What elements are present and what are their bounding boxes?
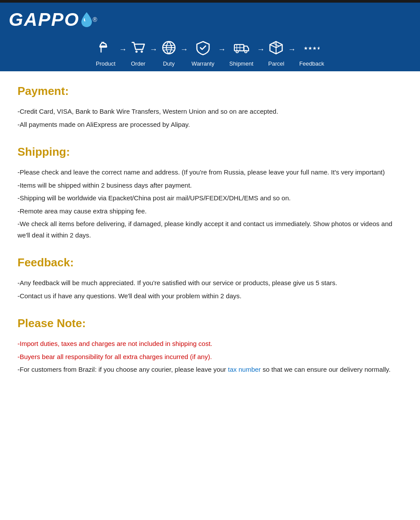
tax-number-link[interactable]: tax number [228,366,261,373]
nav-steps: Product → Order → [9,35,411,71]
please-note-body: -Import duties, taxes and charges are no… [18,338,402,375]
shipment-icon [234,40,249,58]
please-note-section: Please Note: -Import duties, taxes and c… [18,317,402,375]
note-mixed-suffix: so that we can ensure our delivery norma… [261,366,391,373]
note-red-line-2: -Buyers bear all responsibility for all … [18,351,402,363]
arrow-2: → [150,45,158,62]
svg-point-2 [140,51,143,53]
step-feedback-label: Feedback [299,60,324,67]
logo-text: GAPPO [9,9,80,30]
shipping-line-3: -Shipping will be worldwide via Epacket/… [18,192,402,204]
step-order: Order [130,40,146,67]
feedback-body: -Any feedback will be much appreciated. … [18,277,402,301]
logo-registered: ® [93,16,97,23]
shipping-section: Shipping: -Please check and leave the co… [18,145,402,241]
step-warranty: Warranty [192,40,214,67]
arrow-4: → [218,45,226,62]
shipping-line-5: -We check all items before delivering, i… [18,218,402,241]
arrow-5: → [257,45,265,62]
svg-point-6 [236,50,238,52]
shipping-body: -Please check and leave the correct name… [18,167,402,241]
step-parcel: Parcel [268,40,284,67]
note-mixed-prefix: -For customers from Brazil: if you choos… [18,366,228,373]
step-duty-label: Duty [163,60,175,67]
payment-line-1: -Credit Card, VISA, Bank to Bank Wire Tr… [18,106,402,117]
step-product: Product [96,40,116,67]
please-note-title: Please Note: [18,317,402,330]
svg-text:★★★★★: ★★★★★ [304,45,319,51]
step-warranty-label: Warranty [192,60,214,67]
svg-point-1 [135,51,137,53]
step-feedback: ★★★★★ Feedback [299,40,324,67]
payment-line-2: -All payments made on AliExpress are pro… [18,119,402,130]
step-shipment: Shipment [229,40,253,67]
feedback-section: Feedback: -Any feedback will be much app… [18,256,402,301]
parcel-icon [268,40,284,58]
arrow-6: → [288,45,296,62]
header: GAPPO ® Product → [0,3,420,71]
order-icon [130,40,146,58]
shipping-title: Shipping: [18,145,402,159]
feedback-line-1: -Any feedback will be much appreciated. … [18,277,402,289]
shipping-line-4: -Remote area may cause extra shipping fe… [18,206,402,217]
step-shipment-label: Shipment [229,60,253,67]
step-duty: Duty [161,40,177,67]
step-product-label: Product [96,60,116,67]
step-order-label: Order [131,60,145,67]
main-content: Payment: -Credit Card, VISA, Bank to Ban… [0,71,420,408]
payment-section: Payment: -Credit Card, VISA, Bank to Ban… [18,84,402,130]
arrow-1: → [119,45,127,62]
note-red-line-1: -Import duties, taxes and charges are no… [18,338,402,349]
payment-body: -Credit Card, VISA, Bank to Bank Wire Tr… [18,106,402,130]
payment-title: Payment: [18,84,402,98]
shipping-line-1: -Please check and leave the correct name… [18,167,402,178]
duty-icon [161,40,177,58]
feedback-line-2: -Contact us if have any questions. We'll… [18,290,402,302]
logo: GAPPO ® [9,9,97,30]
feedback-icon: ★★★★★ [304,40,319,58]
feedback-title: Feedback: [18,256,402,269]
logo-drop-icon [80,11,93,28]
shipping-line-2: -Items will be shipped within 2 business… [18,180,402,191]
warranty-icon [195,40,211,58]
arrow-3: → [180,45,188,62]
svg-point-7 [245,50,247,52]
step-parcel-label: Parcel [268,60,284,67]
note-mixed-line: -For customers from Brazil: if you choos… [18,364,402,375]
svg-rect-0 [99,45,107,48]
product-icon [98,40,113,58]
